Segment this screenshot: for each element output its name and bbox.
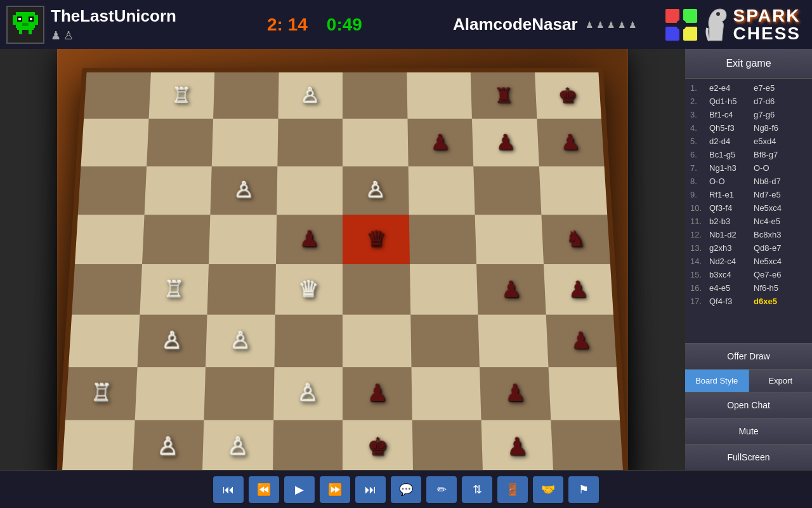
square-f6[interactable] bbox=[408, 166, 475, 215]
square-a6[interactable] bbox=[78, 166, 147, 215]
square-h4[interactable]: ♟ bbox=[544, 264, 613, 315]
move-black[interactable]: e5xd4 bbox=[754, 137, 797, 146]
flag-button[interactable]: ⚑ bbox=[568, 476, 599, 503]
last-move-button[interactable]: ⏭ bbox=[355, 476, 386, 503]
square-f8[interactable] bbox=[407, 72, 472, 119]
square-e7[interactable] bbox=[343, 119, 408, 166]
square-b8[interactable]: ♖ bbox=[148, 72, 214, 119]
square-f2[interactable] bbox=[411, 367, 481, 420]
move-white[interactable]: Nb1-d2 bbox=[709, 230, 752, 239]
square-c1[interactable]: ♙ bbox=[202, 420, 273, 470]
move-white[interactable]: O-O bbox=[709, 177, 752, 186]
square-a5[interactable] bbox=[75, 215, 144, 264]
move-white[interactable]: Qf3-f4 bbox=[709, 203, 752, 213]
move-white[interactable]: e4-e5 bbox=[709, 283, 752, 293]
move-black[interactable]: Ne5xc4 bbox=[754, 203, 797, 213]
draw-offer-button[interactable]: 🤝 bbox=[533, 476, 563, 503]
move-white[interactable]: e2-e4 bbox=[709, 83, 752, 93]
square-b4[interactable]: ♖ bbox=[140, 264, 209, 315]
play-button[interactable]: ▶ bbox=[284, 476, 315, 503]
square-c5[interactable] bbox=[209, 215, 277, 264]
square-g7[interactable]: ♟ bbox=[472, 119, 539, 166]
square-d5[interactable]: ♟ bbox=[276, 215, 343, 264]
square-b6[interactable] bbox=[144, 166, 212, 215]
move-white[interactable]: Ng1-h3 bbox=[709, 163, 752, 173]
square-h5[interactable]: ♞ bbox=[541, 215, 610, 264]
square-d4[interactable]: ♛ bbox=[275, 264, 343, 315]
square-h7[interactable]: ♟ bbox=[537, 119, 605, 166]
exit-game-button[interactable]: Exit game bbox=[685, 49, 812, 79]
square-h6[interactable] bbox=[539, 166, 607, 215]
chat-button[interactable]: 💬 bbox=[391, 476, 421, 503]
move-white[interactable]: Rf1-e1 bbox=[709, 190, 752, 199]
square-g5[interactable] bbox=[475, 215, 544, 264]
move-white[interactable]: Qh5-f3 bbox=[709, 123, 752, 133]
square-b7[interactable] bbox=[147, 119, 213, 166]
move-white[interactable]: g2xh3 bbox=[709, 243, 752, 253]
move-white[interactable]: Bf1-c4 bbox=[709, 110, 752, 119]
first-move-button[interactable]: ⏮ bbox=[213, 476, 244, 503]
next-move-button[interactable]: ⏩ bbox=[320, 476, 350, 503]
square-c8[interactable] bbox=[213, 72, 278, 119]
square-d7[interactable] bbox=[277, 119, 343, 166]
annotate-button[interactable]: ✏ bbox=[426, 476, 457, 503]
move-white[interactable]: b3xc4 bbox=[709, 270, 752, 279]
move-black[interactable]: Ne5xc4 bbox=[754, 257, 797, 266]
square-e4[interactable] bbox=[343, 264, 410, 315]
move-black[interactable]: O-O bbox=[754, 163, 797, 173]
square-h1[interactable] bbox=[551, 420, 624, 470]
flip-board-button[interactable]: ⇅ bbox=[462, 476, 492, 503]
square-d6[interactable] bbox=[277, 166, 343, 215]
square-e5[interactable]: ♛ bbox=[343, 215, 410, 264]
square-g3[interactable] bbox=[478, 315, 548, 367]
square-a2[interactable]: ♖ bbox=[65, 367, 137, 420]
move-white[interactable]: Qd1-h5 bbox=[709, 97, 752, 106]
square-h8[interactable]: ♚ bbox=[535, 72, 601, 119]
square-c4[interactable] bbox=[207, 264, 276, 315]
square-f5[interactable] bbox=[409, 215, 476, 264]
resign-button[interactable]: 🚪 bbox=[497, 476, 528, 503]
square-h2[interactable] bbox=[548, 367, 620, 420]
move-black[interactable]: e7-e5 bbox=[754, 83, 797, 93]
move-black[interactable]: Nf6-h5 bbox=[754, 283, 797, 293]
square-e2[interactable]: ♟ bbox=[343, 367, 412, 420]
square-a3[interactable] bbox=[69, 315, 140, 367]
move-white[interactable]: Nd2-c4 bbox=[709, 257, 752, 266]
square-f7[interactable]: ♟ bbox=[407, 119, 473, 166]
square-c3[interactable]: ♙ bbox=[206, 315, 275, 367]
chess-board[interactable]: ♖ ♙ ♜ ♚ ♟ ♟ ♟ bbox=[70, 58, 615, 470]
square-h3[interactable]: ♟ bbox=[546, 315, 617, 367]
square-b5[interactable] bbox=[142, 215, 211, 264]
square-g1[interactable]: ♟ bbox=[481, 420, 553, 470]
move-black[interactable]: d7-d6 bbox=[754, 97, 797, 106]
square-c2[interactable] bbox=[204, 367, 274, 420]
fullscreen-button[interactable]: FullScreen bbox=[685, 444, 812, 470]
square-a7[interactable] bbox=[81, 119, 148, 166]
move-black[interactable]: Nc4-e5 bbox=[754, 217, 797, 226]
move-white[interactable]: d2-d4 bbox=[709, 137, 752, 146]
move-white[interactable]: b2-b3 bbox=[709, 217, 752, 226]
square-d3[interactable] bbox=[274, 315, 343, 367]
move-white[interactable]: Qf4-f3 bbox=[709, 297, 752, 306]
square-c7[interactable] bbox=[212, 119, 278, 166]
open-chat-button[interactable]: Open Chat bbox=[685, 392, 812, 418]
board-style-button[interactable]: Board Style bbox=[685, 370, 749, 392]
move-black[interactable]: Qe7-e6 bbox=[754, 270, 797, 279]
square-e8[interactable] bbox=[343, 72, 407, 119]
move-black[interactable]: Nd7-e5 bbox=[754, 190, 797, 199]
move-black[interactable]: Nb8-d7 bbox=[754, 177, 797, 186]
square-a4[interactable] bbox=[72, 264, 141, 315]
move-black[interactable]: Bc8xh3 bbox=[754, 230, 797, 239]
square-a1[interactable] bbox=[62, 420, 135, 470]
square-d8[interactable]: ♙ bbox=[278, 72, 343, 119]
move-black[interactable]: d6xe5 bbox=[754, 297, 797, 306]
square-b3[interactable]: ♙ bbox=[137, 315, 207, 367]
square-g8[interactable]: ♜ bbox=[471, 72, 537, 119]
prev-move-button[interactable]: ⏪ bbox=[249, 476, 279, 503]
square-d2[interactable]: ♙ bbox=[273, 367, 343, 420]
move-black[interactable]: Qd8-e7 bbox=[754, 243, 797, 253]
export-button[interactable]: Export bbox=[749, 370, 813, 392]
move-black[interactable]: Bf8-g7 bbox=[754, 150, 797, 159]
mute-button[interactable]: Mute bbox=[685, 418, 812, 444]
move-black[interactable]: g7-g6 bbox=[754, 110, 797, 119]
